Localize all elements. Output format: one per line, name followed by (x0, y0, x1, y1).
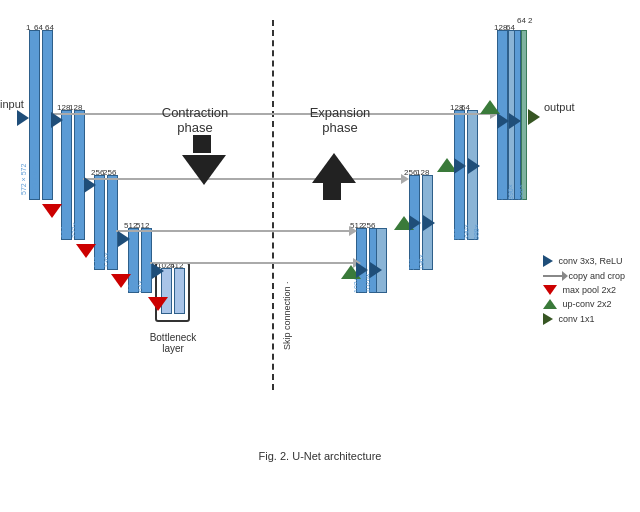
maxpool-1 (42, 204, 62, 218)
blue-arrow-dec2b (468, 158, 480, 174)
expansion-arrow (312, 153, 356, 183)
dec3-dim-200: 200× (408, 254, 415, 270)
bottleneck-label: Bottleneck layer (138, 332, 208, 354)
output-block (520, 30, 528, 200)
maxpool-4 (148, 297, 168, 311)
enc2-dim-232: 232× (71, 222, 78, 238)
contraction-label: Contractionphase (155, 105, 235, 135)
blue-arrow-dec1b (509, 113, 521, 129)
contraction-arrow (182, 155, 226, 185)
enc4-dim-64: 64× (137, 280, 144, 292)
maxpool-3 (111, 274, 131, 288)
enc4-top-512b: 512 (136, 221, 149, 230)
enc3-dim-136: 136× (103, 252, 110, 268)
dec-block-2b (466, 110, 479, 240)
output-label: output (544, 101, 575, 113)
dec1-dim-392a: 392× (497, 184, 504, 200)
upconv-4 (480, 100, 500, 114)
skip-connection-label: Skip connection · (282, 281, 292, 350)
legend-maxpool: max pool 2x2 (543, 285, 625, 295)
legend-conv: conv 3x3, ReLU (543, 255, 625, 267)
copy-arrow-4 (150, 262, 355, 264)
enc1-dim-572: 572 × 572 (20, 164, 27, 195)
blue-arrow-dec2a (454, 158, 466, 174)
enc1-dim-570: 570 × 570 (31, 164, 38, 195)
legend-dkgreen-icon (543, 313, 553, 325)
diagram-area: 1 64 64 572 × 572 570 × 570 568 × 568 in… (0, 10, 640, 470)
blue-arrow-enc4 (152, 263, 164, 279)
input-label: input (0, 98, 24, 110)
blue-arrow-dec1a (497, 113, 509, 129)
output-arrow (528, 109, 540, 125)
enc1-top-label-1: 1 (26, 23, 30, 32)
legend-upconv-label: up-conv 2x2 (562, 299, 611, 309)
blue-arrow-enc3 (118, 231, 130, 247)
legend-copy: copy and crop (543, 271, 625, 281)
dec1-top-64b: 64 (517, 16, 526, 25)
figure-caption: Fig. 2. U-Net architecture (0, 450, 640, 462)
enc3-top-256b: 256 (103, 168, 116, 177)
blue-arrow-dec4b (370, 262, 382, 278)
blue-arrow-dec3b (423, 215, 435, 231)
input-arrow (17, 110, 29, 126)
maxpool-2 (76, 244, 96, 258)
legend-maxpool-label: max pool 2x2 (562, 285, 616, 295)
dec1-dim-388a: 388× (517, 184, 524, 200)
enc-block-2 (60, 110, 86, 240)
legend-copy-label: copy and crop (568, 271, 625, 281)
legend-gray-icon (543, 275, 563, 277)
blue-arrow-dec3a (409, 215, 421, 231)
legend: conv 3x3, ReLU copy and crop max pool 2x… (543, 255, 625, 329)
enc2-dim-236: 234× (60, 222, 67, 238)
legend-conv1x1: conv 1x1 (543, 313, 625, 325)
expansion-label: Expansionphase (300, 105, 380, 135)
dec-block-4b (375, 228, 388, 293)
copy-arrow-3 (116, 230, 351, 232)
dec1-dim-390a: 390× (507, 184, 514, 200)
enc1-top-label-64a: 64 (34, 23, 43, 32)
expansion-square (323, 182, 341, 200)
contraction-square (193, 135, 211, 153)
dec2-dim-392: 392× (453, 224, 460, 240)
enc1-dim-568: 568 × 568 (42, 164, 49, 195)
legend-upconv: up-conv 2x2 (543, 299, 625, 309)
blue-arrow-enc1 (51, 112, 63, 128)
legend-green-icon (543, 299, 557, 309)
copy-arrow-1 (52, 113, 492, 115)
dec1-top-2: 2 (528, 16, 532, 25)
legend-conv1x1-label: conv 1x1 (558, 314, 594, 324)
main-container: { "title": "U-Net Architecture Diagram",… (0, 0, 640, 512)
dec4-top-256: 256 (362, 221, 375, 230)
legend-blue-icon (543, 255, 553, 267)
dec3-dim-196: 196× (418, 254, 425, 270)
legend-red-icon (543, 285, 557, 295)
enc2-top-128b: 128 (69, 103, 82, 112)
dec2-dim-390: 390× (463, 224, 470, 240)
blue-arrow-enc2 (84, 177, 96, 193)
dec2-dim-388: 388× (473, 224, 480, 240)
enc1-top-label-64b: 64 (45, 23, 54, 32)
legend-conv-label: conv 3x3, ReLU (558, 256, 622, 266)
blue-arrow-dec4a (356, 262, 368, 278)
skip-connection-line (272, 20, 274, 390)
